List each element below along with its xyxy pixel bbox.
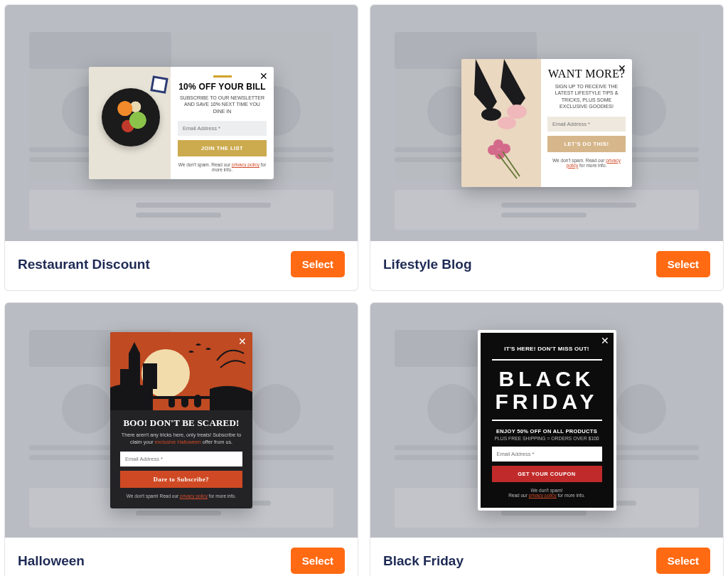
svg-rect-14 <box>168 398 175 407</box>
popup-heading: BOO! DON'T BE SCARED! <box>120 417 242 429</box>
template-card-restaurant: ✕ 10% OFF YOUR BILL SUBSCRIBE TO OUR NEW… <box>4 4 358 291</box>
svg-point-2 <box>507 105 527 119</box>
close-icon[interactable]: ✕ <box>238 336 247 346</box>
submit-button[interactable]: GET YOUR COUPON <box>492 466 602 482</box>
popup-image <box>89 67 171 179</box>
popup-preview: ✕ IT'S HERE! DON'T MISS OUT! BLACK FRIDA… <box>478 330 616 511</box>
popup-preview: ✕ <box>461 59 632 187</box>
popup-image <box>461 59 541 187</box>
close-icon[interactable]: ✕ <box>601 336 609 346</box>
popup-subtext: There aren't any tricks here, only treat… <box>120 432 242 445</box>
popup-heading-line2: FRIDAY <box>492 390 602 413</box>
select-button[interactable]: Select <box>656 251 710 277</box>
popup-offer: ENJOY 50% OFF ON ALL PRODUCTS <box>492 428 602 434</box>
divider <box>492 359 602 361</box>
template-preview: ✕ <box>370 5 723 241</box>
halloween-illustration-icon <box>110 332 252 410</box>
close-icon[interactable]: ✕ <box>259 71 268 81</box>
privacy-link[interactable]: privacy policy <box>232 162 259 167</box>
email-input[interactable] <box>547 117 626 132</box>
popup-shipping: PLUS FREE SHIPPING = ORDERS OVER $100 <box>492 436 602 441</box>
svg-rect-11 <box>120 369 129 389</box>
select-button[interactable]: Select <box>291 251 345 277</box>
fine-print: We don't spam! Read our privacy policy f… <box>492 488 602 498</box>
template-preview: ✕ <box>5 303 358 538</box>
template-title: Black Friday <box>383 553 464 569</box>
fine-print: We don't spam. Read our privacy policy f… <box>547 158 626 168</box>
card-footer: Black Friday Select <box>370 538 723 576</box>
close-icon[interactable]: ✕ <box>618 63 626 73</box>
popup-preview: ✕ 10% OFF YOUR BILL SUBSCRIBE TO OUR NEW… <box>89 67 274 179</box>
popup-body: WANT MORE? SIGN UP TO RECEIVE THE LATEST… <box>541 59 632 187</box>
popup-kicker: IT'S HERE! DON'T MISS OUT! <box>492 346 602 352</box>
popup-hero-image <box>110 332 252 410</box>
template-card-halloween: ✕ <box>4 302 358 576</box>
popup-subtext: SIGN UP TO RECEIVE THE LATEST LIFESTYLE … <box>547 83 626 110</box>
svg-point-3 <box>498 117 516 129</box>
svg-rect-10 <box>143 363 157 389</box>
popup-subtext: SUBSCRIBE TO OUR NEWSLETTER AND SAVE 10%… <box>178 95 267 114</box>
template-title: Halloween <box>18 553 85 569</box>
popup-heading: WANT MORE? <box>547 68 626 80</box>
template-title: Restaurant Discount <box>18 257 150 272</box>
popup-body: 10% OFF YOUR BILL SUBSCRIBE TO OUR NEWSL… <box>171 67 274 179</box>
card-footer: Halloween Select <box>5 538 358 576</box>
email-input[interactable] <box>178 121 267 136</box>
template-preview: ✕ IT'S HERE! DON'T MISS OUT! BLACK FRIDA… <box>370 303 723 538</box>
popup-preview: ✕ <box>110 332 252 508</box>
template-preview: ✕ 10% OFF YOUR BILL SUBSCRIBE TO OUR NEW… <box>5 5 358 241</box>
svg-rect-15 <box>153 396 252 399</box>
select-button[interactable]: Select <box>291 548 345 574</box>
submit-button[interactable]: JOIN THE LIST <box>178 140 267 156</box>
popup-heading: 10% OFF YOUR BILL <box>178 82 267 92</box>
card-footer: Lifestyle Blog Select <box>370 241 723 290</box>
popup-body: BOO! DON'T BE SCARED! There aren't any t… <box>110 410 252 508</box>
svg-point-7 <box>495 149 505 159</box>
svg-point-1 <box>481 108 501 121</box>
fine-print: We don't spam. Read our privacy policy f… <box>178 162 267 172</box>
card-footer: Restaurant Discount Select <box>5 241 358 290</box>
privacy-link[interactable]: privacy policy <box>180 494 208 498</box>
submit-button[interactable]: LET'S DO THIS! <box>547 136 626 152</box>
accent-bar <box>213 75 232 78</box>
privacy-link[interactable]: privacy policy <box>529 493 557 498</box>
select-button[interactable]: Select <box>656 548 710 574</box>
email-input[interactable] <box>492 447 602 462</box>
lifestyle-illustration-icon <box>461 59 541 187</box>
divider <box>492 420 602 421</box>
template-grid: ✕ 10% OFF YOUR BILL SUBSCRIBE TO OUR NEW… <box>4 4 724 576</box>
email-input[interactable] <box>120 452 242 466</box>
template-title: Lifestyle Blog <box>383 257 472 272</box>
popup-heading-line1: BLACK <box>492 368 602 390</box>
template-card-lifestyle: ✕ <box>370 4 724 291</box>
template-card-black-friday: ✕ IT'S HERE! DON'T MISS OUT! BLACK FRIDA… <box>370 302 724 576</box>
submit-button[interactable]: Dare to Subscribe? <box>120 471 242 488</box>
fine-print: We don't spam! Read our privacy policy f… <box>120 494 242 498</box>
